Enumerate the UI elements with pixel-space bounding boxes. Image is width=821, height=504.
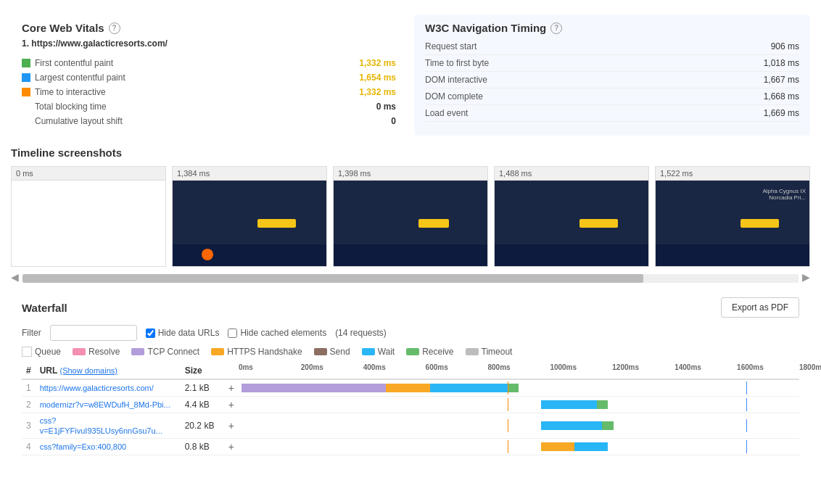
time-axis-label: 1600ms xyxy=(737,363,764,371)
filter-input[interactable] xyxy=(50,325,137,341)
metric-color-indicator xyxy=(22,88,30,96)
legend-label: Queue xyxy=(35,347,61,357)
expand-icon[interactable]: + xyxy=(228,399,234,410)
legend-color-box xyxy=(22,347,32,357)
bar-segment xyxy=(541,421,602,430)
timing-value: 1,018 ms xyxy=(741,58,799,68)
expand-icon[interactable]: + xyxy=(228,441,234,453)
w3c-timing-help-icon[interactable]: ? xyxy=(550,22,562,34)
screenshot-frame xyxy=(172,180,327,267)
legend-item: Receive xyxy=(406,347,453,357)
vertical-line-orange xyxy=(508,398,508,411)
screenshot-time: 1,488 ms xyxy=(494,166,649,180)
legend-item: TCP Connect xyxy=(131,347,199,357)
legend-label: Timeout xyxy=(482,347,513,357)
row-size: 0.8 kB xyxy=(181,439,224,455)
legend-item: HTTPS Handshake xyxy=(211,347,302,357)
legend-label: HTTPS Handshake xyxy=(227,347,302,357)
vertical-line-blue xyxy=(746,381,747,394)
row-number: 2 xyxy=(22,397,36,413)
core-web-vitals-title: Core Web Vitals ? xyxy=(22,22,396,34)
timing-row: Request start 906 ms xyxy=(425,38,799,55)
col-bars: 0ms200ms400ms600ms800ms1000ms1200ms1400m… xyxy=(239,363,799,379)
row-expand[interactable]: + xyxy=(224,439,239,455)
bar-segment xyxy=(508,384,519,392)
row-expand[interactable]: + xyxy=(224,379,239,397)
vertical-line-blue xyxy=(746,440,747,453)
legend-color-box xyxy=(362,348,375,355)
legend-color-box xyxy=(314,348,327,355)
metric-value: 1,332 ms xyxy=(345,58,396,68)
time-axis-label: 600ms xyxy=(426,363,448,371)
legend-label: Send xyxy=(330,347,350,357)
screenshots-container: 0 ms 1,384 ms 1,398 ms 1,488 ms xyxy=(11,166,810,267)
table-row: 1 https://www.galacticresorts.com/ 2.1 k… xyxy=(22,379,799,397)
expand-icon[interactable]: + xyxy=(228,420,234,431)
w3c-timing-metrics: Request start 906 ms Time to first byte … xyxy=(425,38,799,122)
timing-label: DOM complete xyxy=(425,91,741,102)
hide-data-urls-label[interactable]: Hide data URLs xyxy=(146,328,220,338)
timing-label: Request start xyxy=(425,41,741,51)
timeline-scrollbar[interactable] xyxy=(22,274,799,283)
scroll-left-icon[interactable]: ◀ xyxy=(11,271,19,283)
row-bar xyxy=(239,413,799,439)
core-web-vitals-help-icon[interactable]: ? xyxy=(109,22,120,34)
screenshot-time: 1,522 ms xyxy=(655,166,810,180)
timing-row: Time to first byte 1,018 ms xyxy=(425,55,799,72)
metric-value: 0 xyxy=(345,116,396,126)
metric-label: Total blocking time xyxy=(35,102,345,112)
row-size: 4.4 kB xyxy=(181,397,224,413)
show-domains-link[interactable]: (Show domains) xyxy=(59,366,117,375)
expand-icon[interactable]: + xyxy=(228,382,234,394)
vertical-line-orange xyxy=(508,381,508,394)
vertical-line-blue xyxy=(746,398,747,411)
legend-item: Timeout xyxy=(466,347,513,357)
row-url: css?v=E1jFYFivuI935LUsy6nnGsu7u... xyxy=(36,413,181,439)
screenshot-item: 1,398 ms xyxy=(333,166,488,267)
row-expand[interactable]: + xyxy=(224,413,239,439)
legend-color-box xyxy=(73,348,86,355)
metric-value: 0 ms xyxy=(345,102,396,112)
metric-row: Cumulative layout shift 0 xyxy=(22,114,396,128)
bar-segment xyxy=(602,421,613,430)
url-link[interactable]: css?family=Exo:400,800 xyxy=(40,442,127,451)
metric-color-indicator xyxy=(22,59,30,67)
url-link[interactable]: modernizr?v=w8EWDufH_8Md-Pbi... xyxy=(40,400,170,409)
row-size: 20.2 kB xyxy=(181,413,224,439)
col-num: # xyxy=(22,363,36,379)
core-web-vitals-url: 1. https://www.galacticresorts.com/ xyxy=(22,38,396,49)
url-link[interactable]: css?v=E1jFYFivuI935LUsy6nnGsu7u... xyxy=(40,416,162,435)
timing-value: 1,667 ms xyxy=(741,75,799,85)
waterfall-section: Waterfall Export as PDF Filter Hide data… xyxy=(11,290,810,463)
screenshot-item: 1,384 ms xyxy=(172,166,327,267)
table-row: 2 modernizr?v=w8EWDufH_8Md-Pbi... 4.4 kB… xyxy=(22,397,799,413)
bar-segment xyxy=(430,384,508,392)
time-axis-label: 1200ms xyxy=(612,363,639,371)
row-bar xyxy=(239,379,799,397)
bar-segment xyxy=(597,400,608,409)
timing-label: Time to first byte xyxy=(425,58,741,68)
row-number: 4 xyxy=(22,439,36,455)
row-url: modernizr?v=w8EWDufH_8Md-Pbi... xyxy=(36,397,181,413)
legend-color-box xyxy=(406,348,419,355)
metric-color-indicator xyxy=(22,73,30,82)
hide-cached-checkbox[interactable] xyxy=(228,329,237,338)
row-expand[interactable]: + xyxy=(224,397,239,413)
col-expand xyxy=(224,363,239,379)
row-number: 1 xyxy=(22,379,36,397)
legend-color-box xyxy=(466,348,479,355)
export-pdf-button[interactable]: Export as PDF xyxy=(721,297,799,318)
screenshot-frame xyxy=(494,180,649,267)
url-link[interactable]: https://www.galacticresorts.com/ xyxy=(40,384,154,392)
hide-cached-label[interactable]: Hide cached elements xyxy=(228,328,326,338)
legend-label: Wait xyxy=(378,347,395,357)
row-number: 3 xyxy=(22,413,36,439)
requests-count: (14 requests) xyxy=(335,328,387,338)
hide-data-urls-checkbox[interactable] xyxy=(146,329,155,338)
time-axis-label: 200ms xyxy=(301,363,323,371)
row-size: 2.1 kB xyxy=(181,379,224,397)
timing-row: DOM interactive 1,667 ms xyxy=(425,72,799,88)
time-axis-label: 1400ms xyxy=(674,363,701,371)
scroll-right-icon[interactable]: ▶ xyxy=(802,271,810,283)
filter-row: Filter Hide data URLs Hide cached elemen… xyxy=(22,325,799,341)
